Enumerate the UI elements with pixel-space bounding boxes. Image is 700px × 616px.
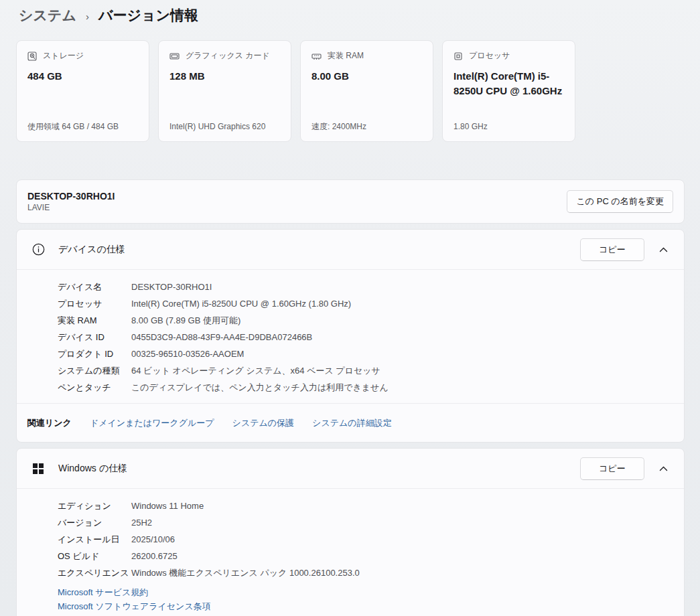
spec-value: 64 ビット オペレーティング システム、x64 ベース プロセッサ — [131, 364, 380, 377]
spec-row-device-name: デバイス名 DESKTOP-30RHO1I — [17, 279, 684, 295]
link-ms-services-agreement[interactable]: Microsoft サービス規約 — [58, 586, 671, 599]
ram-card: 実装 RAM 8.00 GB 速度: 2400MHz — [300, 40, 433, 142]
windows-spec-title: Windows の仕様 — [58, 463, 127, 475]
cpu-icon — [453, 52, 463, 61]
spec-label: プロダクト ID — [58, 348, 131, 360]
windows-spec-card: Windows の仕様 コピー エディション Windows 11 Home バ… — [16, 448, 685, 616]
cpu-card-label: プロセッサ — [469, 50, 510, 62]
spec-value: Intel(R) Core(TM) i5-8250U CPU @ 1.60GHz… — [131, 297, 351, 310]
breadcrumb-system[interactable]: システム — [19, 6, 76, 25]
windows-logo-icon — [30, 463, 46, 474]
spec-label: OS ビルド — [58, 550, 131, 562]
link-ms-software-license[interactable]: Microsoft ソフトウェアライセンス条項 — [58, 600, 671, 613]
ram-icon — [311, 52, 322, 61]
spec-row-pen-touch: ペンとタッチ このディスプレイでは、ペン入力とタッチ入力は利用できません — [17, 379, 684, 396]
windows-spec-header[interactable]: Windows の仕様 コピー — [17, 449, 684, 488]
cpu-card-detail: 1.80 GHz — [453, 122, 564, 133]
storage-card-detail: 使用領域 64 GB / 484 GB — [27, 122, 138, 133]
breadcrumb-separator: › — [86, 11, 89, 22]
spec-row-install-date: インストール日 2025/10/06 — [17, 531, 684, 548]
graphics-card-value: 128 MB — [169, 69, 280, 84]
chevron-up-icon — [659, 466, 668, 471]
spec-label: 実装 RAM — [58, 314, 131, 327]
spec-row-edition: エディション Windows 11 Home — [17, 497, 684, 514]
spec-value: DESKTOP-30RHO1I — [131, 281, 212, 293]
rename-pc-button[interactable]: この PC の名前を変更 — [567, 190, 673, 213]
spec-value: 00325-96510-03526-AAOEM — [131, 348, 244, 360]
device-spec-header[interactable]: デバイスの仕様 コピー — [17, 230, 684, 269]
ram-card-detail: 速度: 2400MHz — [311, 122, 422, 133]
spec-value: 26200.6725 — [131, 550, 178, 562]
spec-label: エクスペリエンス — [58, 566, 131, 579]
link-system-protection[interactable]: システムの保護 — [232, 417, 295, 429]
storage-card: ストレージ 484 GB 使用領域 64 GB / 484 GB — [16, 40, 149, 142]
spec-value: 0455D3C9-AD88-43F9-AA4E-D9DBA072466B — [131, 331, 312, 343]
link-advanced-system-settings[interactable]: システムの詳細設定 — [312, 417, 392, 429]
storage-card-value: 484 GB — [27, 69, 138, 84]
windows-spec-content: エディション Windows 11 Home バージョン 25H2 インストール… — [17, 488, 684, 616]
device-name-block: DESKTOP-30RHO1I LAVIE — [27, 190, 115, 214]
related-links-label: 関連リンク — [27, 417, 72, 429]
device-model: LAVIE — [27, 203, 115, 214]
link-domain-workgroup[interactable]: ドメインまたはワークグループ — [90, 417, 214, 429]
spec-label: インストール日 — [58, 533, 131, 546]
graphics-card-icon — [169, 52, 180, 61]
device-spec-content: デバイス名 DESKTOP-30RHO1I プロセッサ Intel(R) Cor… — [17, 269, 684, 403]
spec-value: Windows 機能エクスペリエンス パック 1000.26100.253.0 — [131, 566, 360, 579]
spec-label: デバイス名 — [58, 281, 131, 293]
spec-row-version: バージョン 25H2 — [17, 514, 684, 531]
device-spec-card: デバイスの仕様 コピー デバイス名 DESKTOP-30RHO1I プロセッサ … — [16, 229, 685, 443]
graphics-card-card: グラフィックス カード 128 MB Intel(R) UHD Graphics… — [158, 40, 291, 142]
page-title: バージョン情報 — [98, 6, 198, 25]
spec-row-experience: エクスペリエンス Windows 機能エクスペリエンス パック 1000.261… — [17, 564, 684, 581]
cpu-card: プロセッサ Intel(R) Core(TM) i5-8250U CPU @ 1… — [442, 40, 575, 142]
summary-cards-row: ストレージ 484 GB 使用領域 64 GB / 484 GB グラフィックス… — [16, 40, 700, 142]
windows-spec-collapse-button[interactable] — [654, 462, 673, 475]
storage-card-header: ストレージ — [27, 50, 138, 62]
windows-spec-copy-button[interactable]: コピー — [580, 457, 644, 480]
spec-row-processor: プロセッサ Intel(R) Core(TM) i5-8250U CPU @ 1… — [17, 295, 684, 312]
device-spec-collapse-button[interactable] — [654, 243, 673, 256]
spec-value: 25H2 — [131, 516, 152, 529]
storage-card-label: ストレージ — [43, 50, 84, 62]
spec-label: エディション — [58, 499, 131, 512]
spec-label: ペンとタッチ — [58, 381, 131, 394]
spec-row-os-build: OS ビルド 26200.6725 — [17, 548, 684, 564]
related-links-row: 関連リンク ドメインまたはワークグループ システムの保護 システムの詳細設定 — [17, 403, 684, 442]
spec-row-system-type: システムの種類 64 ビット オペレーティング システム、x64 ベース プロセ… — [17, 362, 684, 379]
device-name-card: DESKTOP-30RHO1I LAVIE この PC の名前を変更 — [16, 179, 685, 224]
device-spec-title: デバイスの仕様 — [58, 244, 125, 256]
device-spec-copy-button[interactable]: コピー — [580, 238, 644, 261]
storage-icon — [27, 52, 37, 61]
spec-value: 2025/10/06 — [131, 533, 175, 546]
settings-about-page: システム › バージョン情報 ストレージ 484 GB 使用領域 64 GB /… — [0, 0, 700, 616]
ram-card-value: 8.00 GB — [311, 69, 422, 84]
spec-label: システムの種類 — [58, 364, 131, 377]
spec-value: Windows 11 Home — [131, 499, 204, 512]
device-name: DESKTOP-30RHO1I — [27, 190, 115, 202]
spec-row-device-id: デバイス ID 0455D3C9-AD88-43F9-AA4E-D9DBA072… — [17, 329, 684, 345]
ram-card-label: 実装 RAM — [328, 50, 364, 62]
spec-row-product-id: プロダクト ID 00325-96510-03526-AAOEM — [17, 345, 684, 362]
graphics-card-header: グラフィックス カード — [169, 50, 280, 62]
info-icon — [30, 243, 46, 256]
spec-value: このディスプレイでは、ペン入力とタッチ入力は利用できません — [131, 381, 389, 394]
spec-row-ram: 実装 RAM 8.00 GB (7.89 GB 使用可能) — [17, 312, 684, 329]
spec-label: プロセッサ — [58, 297, 131, 310]
cpu-card-header: プロセッサ — [453, 50, 564, 62]
spec-label: バージョン — [58, 516, 131, 529]
spec-value: 8.00 GB (7.89 GB 使用可能) — [131, 314, 240, 327]
graphics-card-detail: Intel(R) UHD Graphics 620 — [169, 122, 280, 133]
windows-legal-links: Microsoft サービス規約 Microsoft ソフトウェアライセンス条項 — [17, 581, 684, 614]
cpu-card-value: Intel(R) Core(TM) i5-8250U CPU @ 1.60GHz — [453, 69, 564, 98]
ram-card-header: 実装 RAM — [311, 50, 422, 62]
chevron-up-icon — [659, 247, 668, 252]
spec-label: デバイス ID — [58, 331, 131, 343]
graphics-card-label: グラフィックス カード — [186, 50, 270, 62]
breadcrumb: システム › バージョン情報 — [0, 0, 700, 25]
